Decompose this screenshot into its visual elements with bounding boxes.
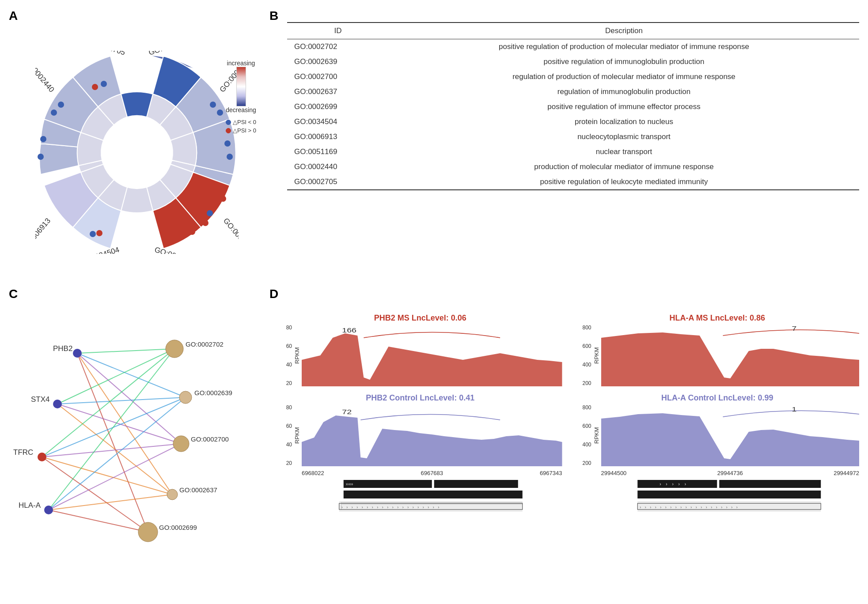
svg-text:GO:0002702: GO:0002702: [186, 340, 224, 348]
svg-point-52: [44, 506, 53, 514]
go-id: GO:0006913: [287, 129, 389, 144]
hla-ctrl-title: HLA-A Control LncLevel: 0.99: [576, 393, 860, 403]
svg-text:GO:0002440: GO:0002440: [35, 56, 56, 94]
circular-chart-svg: GO:0002702 GO:0002705 GO:0002639 GO:0002…: [35, 51, 239, 254]
table-row: GO:0002440production of molecular mediat…: [287, 159, 859, 174]
svg-point-15: [101, 81, 107, 87]
legend-decreasing: decreasing: [226, 106, 256, 113]
svg-text:PHB2: PHB2: [53, 344, 72, 353]
svg-point-46: [73, 349, 82, 358]
go-id: GO:0002637: [287, 84, 389, 99]
hla-gene-tracks: › › › › › › › › › › › › › › › › › › › › …: [601, 479, 860, 521]
svg-point-58: [173, 436, 189, 452]
go-id: GO:0034504: [287, 114, 389, 129]
panel-d: D PHB2 MS LncLevel: 0.06 80604020 RPKM: [269, 287, 859, 595]
svg-line-33: [57, 397, 186, 404]
hla-ms-title: HLA-A MS LncLevel: 0.86: [576, 313, 860, 323]
svg-line-34: [57, 404, 181, 444]
svg-text:1: 1: [792, 406, 796, 413]
svg-line-44: [49, 495, 172, 510]
go-desc: nuclear transport: [389, 144, 859, 159]
go-id: GO:0002702: [287, 39, 389, 55]
hla-coord2: 29944736: [717, 470, 743, 476]
go-id: GO:0002440: [287, 159, 389, 174]
svg-line-27: [77, 349, 174, 353]
table-row: GO:0002637regulation of immunoglobulin p…: [287, 84, 859, 99]
svg-text:GO:0002699: GO:0002699: [153, 245, 197, 254]
svg-text:72: 72: [342, 409, 352, 416]
table-row: GO:0006913nucleocytoplasmic transport: [287, 129, 859, 144]
svg-text:STX4: STX4: [31, 395, 50, 404]
svg-point-14: [58, 102, 64, 108]
svg-rect-84: [637, 491, 821, 498]
svg-text:7: 7: [792, 325, 796, 332]
svg-point-62: [138, 522, 158, 542]
svg-point-0: [167, 81, 173, 87]
svg-line-36: [42, 349, 174, 457]
phb2-ms-track: PHB2 MS LncLevel: 0.06 80604020 RPKM: [278, 313, 562, 386]
go-desc: production of molecular mediator of immu…: [389, 159, 859, 174]
svg-text:GO:0034504: GO:0034504: [77, 245, 120, 254]
phb2-coord3: 6967343: [540, 470, 562, 476]
hla-tracks: HLA-A MS LncLevel: 0.86 800600400200 RPK…: [576, 313, 860, 586]
svg-marker-64: [302, 333, 562, 386]
svg-rect-68: [344, 480, 432, 488]
go-id: GO:0002639: [287, 54, 389, 69]
svg-point-4: [227, 154, 233, 160]
network-svg: PHB2 STX4 TFRC HLA-A GO:0002702 GO:00026…: [9, 309, 247, 565]
phb2-ms-coverage: 166: [302, 325, 562, 386]
svg-point-6: [189, 229, 195, 235]
go-desc: positive regulation of immune effector p…: [389, 99, 859, 114]
svg-marker-77: [601, 332, 860, 386]
table-row: GO:0002700regulation of production of mo…: [287, 69, 859, 84]
svg-point-7: [220, 196, 226, 202]
svg-text:HLA-A: HLA-A: [19, 501, 41, 510]
svg-point-1: [210, 102, 216, 108]
go-desc: positive regulation of production of mol…: [389, 39, 859, 55]
hla-coord1: 29944500: [601, 470, 627, 476]
svg-point-10: [96, 230, 102, 236]
svg-marker-79: [601, 413, 860, 466]
svg-point-48: [53, 400, 62, 408]
svg-point-12: [40, 136, 46, 142]
phb2-coord1: 6968022: [302, 470, 324, 476]
go-desc: positive regulation of leukocyte mediate…: [389, 174, 859, 190]
panel-a: A: [9, 9, 265, 283]
svg-marker-66: [302, 415, 562, 466]
hla-ctrl-coverage: 1: [601, 404, 860, 466]
go-desc: regulation of production of molecular me…: [389, 69, 859, 84]
phb2-gene-tracks: ››››› › › › › › › › › › › › › › › › › › …: [302, 479, 562, 521]
phb2-ctrl-coverage: 72: [302, 404, 562, 466]
go-id: GO:0002699: [287, 99, 389, 114]
svg-text:GO:0002639: GO:0002639: [194, 389, 232, 396]
svg-line-42: [49, 397, 186, 510]
legend-dot-neg: △PSI < 0: [233, 119, 256, 125]
svg-point-16: [92, 84, 98, 90]
table-row: GO:0034504protein localization to nucleu…: [287, 114, 859, 129]
panel-c: C: [9, 287, 265, 595]
svg-text:GO:0002700: GO:0002700: [191, 435, 229, 443]
svg-text:GO:0002705: GO:0002705: [83, 51, 126, 57]
legend: increasing decreasing △PSI < 0 △PSI > 0: [226, 60, 256, 134]
phb2-ctrl-title: PHB2 Control LncLevel: 0.41: [278, 393, 562, 403]
phb2-ms-title: PHB2 MS LncLevel: 0.06: [278, 313, 562, 323]
table-row: GO:0002699positive regulation of immune …: [287, 99, 859, 114]
svg-text:GO:0002699: GO:0002699: [159, 524, 197, 531]
go-desc: regulation of immunoglobulin production: [389, 84, 859, 99]
svg-text:GO:0002637: GO:0002637: [179, 486, 217, 494]
go-table: ID Description GO:0002702positive regula…: [287, 22, 859, 190]
col-id: ID: [287, 23, 389, 39]
panel-a-label: A: [9, 9, 18, 23]
col-desc: Description: [389, 23, 859, 39]
svg-rect-82: [719, 480, 821, 488]
panel-b: B ID Description GO:0002702positive regu…: [269, 9, 859, 283]
phb2-gene-svg: ››››› › › › › › › › › › › › › › › › › › …: [302, 479, 562, 519]
go-id: GO:0002705: [287, 174, 389, 190]
panel-c-label: C: [9, 287, 18, 301]
svg-point-9: [90, 231, 96, 237]
svg-text:›  ›  ›  ›  ›  ›  ›  ›  ›  ›  : › › › › › › › › › › › › › › › › › › › ›: [341, 505, 440, 510]
svg-line-43: [49, 444, 181, 510]
table-row: GO:0002702positive regulation of product…: [287, 39, 859, 55]
panel-b-label: B: [269, 9, 278, 23]
svg-line-41: [49, 349, 174, 510]
